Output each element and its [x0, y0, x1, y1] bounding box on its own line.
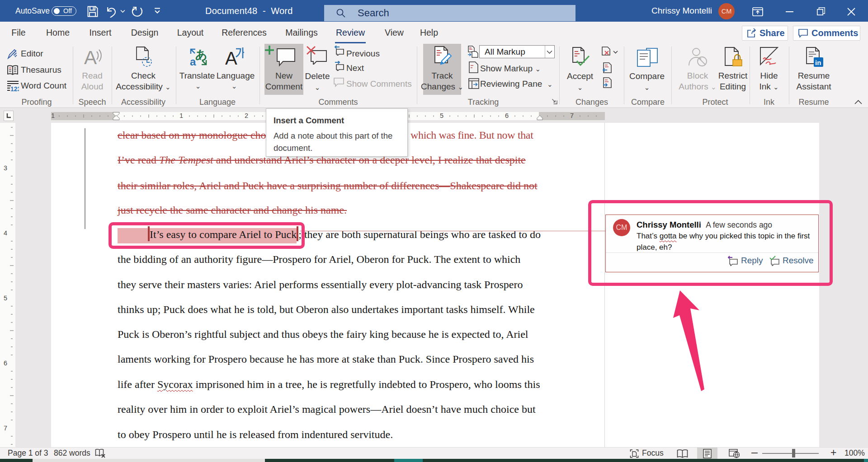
svg-text:123: 123: [10, 85, 19, 92]
svg-text:a: a: [190, 56, 196, 67]
svg-text:3: 3: [4, 164, 7, 172]
svg-text:A: A: [84, 47, 97, 67]
svg-text:A: A: [225, 48, 237, 67]
svg-text:7: 7: [4, 425, 7, 432]
svg-text:7: 7: [570, 112, 574, 119]
svg-text:in: in: [815, 59, 821, 66]
svg-text:2: 2: [245, 112, 248, 119]
svg-text:6: 6: [4, 359, 7, 367]
svg-text:6: 6: [505, 112, 509, 119]
svg-text:あ: あ: [195, 48, 208, 61]
svg-text:1: 1: [51, 112, 55, 119]
svg-text:4: 4: [4, 229, 7, 237]
svg-text:5: 5: [4, 294, 7, 302]
svg-text:5: 5: [440, 112, 443, 119]
svg-text:1: 1: [179, 112, 183, 119]
